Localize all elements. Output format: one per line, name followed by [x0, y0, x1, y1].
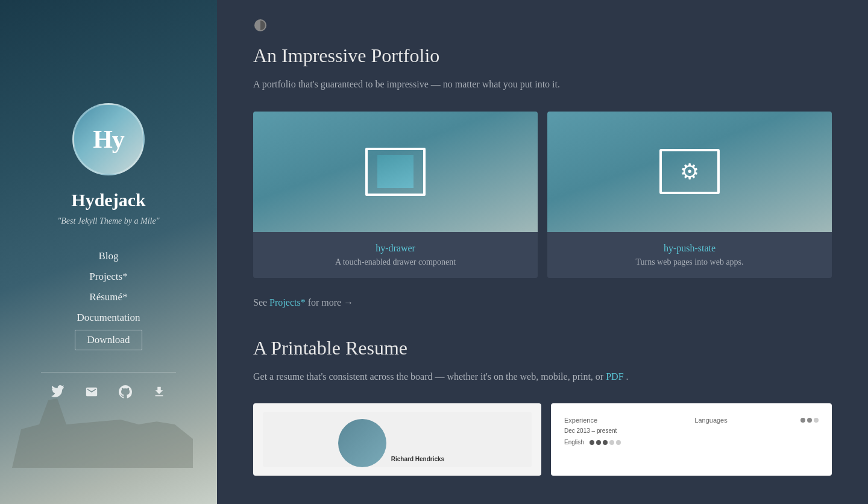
see-more-prefix: See [253, 297, 269, 307]
github-icon[interactable] [116, 382, 135, 402]
resume-subtitle-end: . [626, 371, 629, 382]
resume-title: A Printable Resume [253, 337, 832, 359]
resume-section: A Printable Resume Get a resume that's c… [253, 337, 832, 476]
sidebar-item-resume[interactable]: Résumé* [84, 289, 132, 306]
site-tagline: "Best Jekyll Theme by a Mile" [57, 216, 159, 226]
drawer-icon [365, 148, 426, 196]
portfolio-section: An Impressive Portfolio A portfolio that… [253, 45, 832, 308]
resume-cards: Richard Hendricks Experience Languages [253, 403, 832, 476]
card-image-hy-push-state: ⚙ [547, 112, 832, 232]
social-icons-bar [41, 372, 176, 402]
resume-subtitle-text: Get a resume that's consistent across th… [253, 371, 606, 382]
card-desc-hy-drawer: A touch-enabled drawer component [265, 257, 526, 267]
see-more-projects-link[interactable]: Projects* [269, 297, 306, 307]
portfolio-subtitle: A portfolio that's guaranteed to be impr… [253, 77, 832, 92]
see-more-suffix: for more → [308, 297, 354, 307]
download-icon[interactable] [149, 382, 169, 402]
main-content: An Impressive Portfolio A portfolio that… [217, 0, 868, 504]
card-link-hy-drawer[interactable]: hy-drawer [265, 243, 526, 254]
experience-label: Experience [564, 417, 597, 424]
avatar: Hy [72, 103, 145, 175]
portfolio-cards: hy-drawer A touch-enabled drawer compone… [253, 112, 832, 278]
portfolio-title: An Impressive Portfolio [253, 45, 832, 67]
card-desc-hy-push-state: Turns web pages into web apps. [559, 257, 820, 267]
push-state-icon-wrapper: ⚙ [659, 149, 720, 194]
project-card-hy-push-state[interactable]: ⚙ hy-push-state Turns web pages into web… [547, 112, 832, 278]
monitor-icon: ⚙ [659, 149, 720, 194]
card-body-hy-push-state: hy-push-state Turns web pages into web a… [547, 232, 832, 278]
sidebar-item-projects[interactable]: Projects* [84, 268, 132, 285]
sidebar-nav: Blog Projects* Résumé* Documentation Dow… [24, 248, 193, 350]
pdf-link[interactable]: PDF [606, 371, 623, 382]
gear-icon: ⚙ [680, 161, 699, 183]
project-card-hy-drawer[interactable]: hy-drawer A touch-enabled drawer compone… [253, 112, 538, 278]
sidebar-item-blog[interactable]: Blog [93, 248, 123, 265]
resume-card-left: Richard Hendricks [253, 403, 541, 476]
card-body-hy-drawer: hy-drawer A touch-enabled drawer compone… [253, 232, 538, 278]
site-title: Hydejack [71, 190, 145, 210]
card-image-hy-drawer [253, 112, 538, 232]
resume-header-row: Experience Languages [564, 417, 819, 424]
sidebar-content: Hy Hydejack "Best Jekyll Theme by a Mile… [0, 103, 217, 402]
card-link-hy-push-state[interactable]: hy-push-state [559, 243, 820, 254]
drawer-inner [377, 155, 414, 188]
see-more-line: See Projects* for more → [253, 297, 832, 308]
theme-toggle-icon [254, 19, 266, 31]
drawer-icon-wrapper [365, 148, 426, 196]
avatar-initials: Hy [93, 125, 124, 154]
sidebar-item-download[interactable]: Download [75, 330, 143, 350]
theme-toggle-button[interactable] [253, 18, 268, 33]
twitter-icon[interactable] [48, 382, 68, 402]
email-icon[interactable] [82, 382, 101, 402]
sidebar: Hy Hydejack "Best Jekyll Theme by a Mile… [0, 0, 217, 504]
resume-subtitle: Get a resume that's consistent across th… [253, 369, 832, 385]
languages-label: Languages [694, 417, 727, 424]
sidebar-item-documentation[interactable]: Documentation [72, 309, 145, 326]
resume-card-right: Experience Languages Dec 2013 – present … [551, 403, 832, 476]
